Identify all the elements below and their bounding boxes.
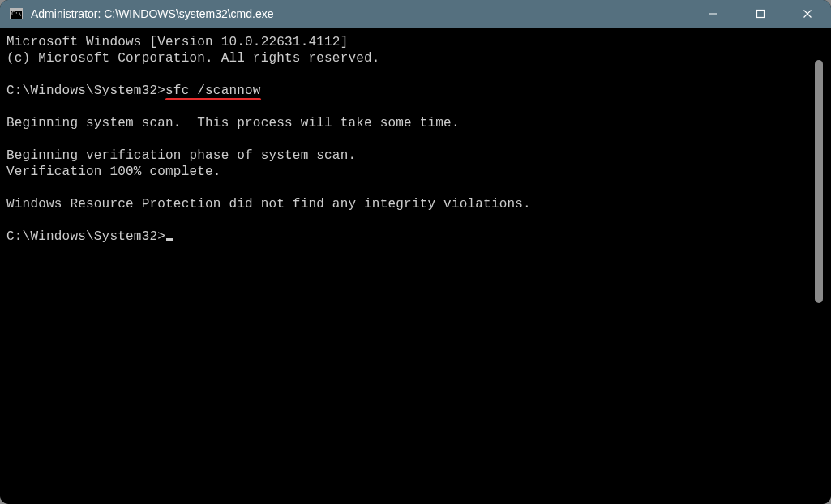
window-title: Administrator: C:\WINDOWS\system32\cmd.e… [31,7,274,20]
svg-rect-0 [757,11,765,18]
scrollbar-thumb[interactable] [815,60,823,303]
maximize-icon [756,9,765,19]
cmd-window: C:\ Administrator: C:\WINDOWS\system32\c… [0,0,831,504]
prompt-2: C:\Windows\System32> [6,229,165,244]
version-line: Microsoft Windows [Version 10.0.22631.41… [6,35,348,49]
entered-command: sfc /scannow [165,83,261,98]
begin-verification-line: Beginning verification phase of system s… [6,148,356,163]
text-cursor [166,238,173,241]
close-icon [803,9,812,19]
close-button[interactable] [784,0,831,28]
begin-scan-line: Beginning system scan. This process will… [6,116,460,130]
cmd-icon: C:\ [8,6,24,22]
title-bar[interactable]: C:\ Administrator: C:\WINDOWS\system32\c… [0,0,831,28]
copyright-line: (c) Microsoft Corporation. All rights re… [6,51,380,66]
terminal-area[interactable]: Microsoft Windows [Version 10.0.22631.41… [3,28,828,501]
terminal-output: Microsoft Windows [Version 10.0.22631.41… [6,34,825,245]
minimize-button[interactable] [690,0,737,28]
minimize-icon [709,9,718,19]
prompt-1-path: C:\Windows\System32> [6,83,165,98]
verification-complete-line: Verification 100% complete. [6,164,221,179]
maximize-button[interactable] [737,0,784,28]
result-line: Windows Resource Protection did not find… [6,197,531,211]
